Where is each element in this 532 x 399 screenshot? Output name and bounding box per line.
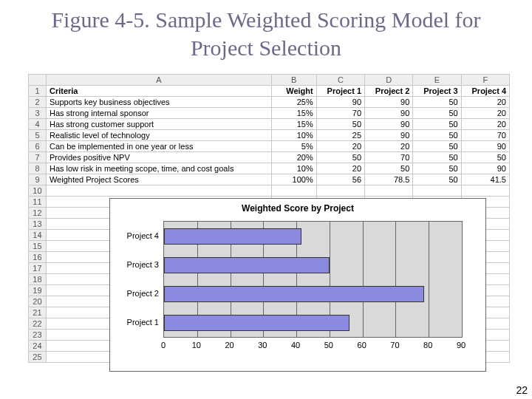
criteria-cell: Realistic level of technology	[46, 130, 271, 141]
p1-cell: 50	[316, 152, 364, 163]
row-num: 5	[29, 130, 47, 141]
row-num: 24	[29, 341, 47, 352]
row-num: 23	[29, 330, 47, 341]
table-row: 4 Has strong customer support 15% 50 90 …	[29, 119, 510, 130]
chart-x-tick: 90	[457, 341, 466, 349]
p1-cell: 20	[316, 163, 364, 174]
weight-cell: 10%	[271, 130, 316, 141]
p4-cell: 90	[461, 141, 509, 152]
chart-x-tick: 80	[423, 341, 432, 349]
totals-p3: 50	[413, 174, 461, 185]
table-row: 7 Provides positive NPV 20% 50 70 50 50	[29, 152, 510, 163]
p3-cell: 50	[413, 97, 461, 108]
empty-cell	[461, 185, 509, 197]
row-num: 2	[29, 97, 47, 108]
p4-cell: 20	[461, 108, 509, 119]
p1-cell: 90	[316, 97, 364, 108]
table-row: 3 Has strong internal sponsor 15% 70 90 …	[29, 108, 510, 119]
weight-cell: 15%	[271, 119, 316, 130]
criteria-cell: Has low risk in meeting scope, time, and…	[46, 163, 271, 174]
table-row: 6 Can be implemented in one year or less…	[29, 141, 510, 152]
chart-x-tick: 70	[390, 341, 399, 349]
hdr-p4: Project 4	[461, 86, 509, 97]
row-num: 10	[29, 185, 47, 197]
weight-cell: 5%	[271, 141, 316, 152]
row-num: 3	[29, 108, 47, 119]
chart-x-tick: 40	[291, 341, 300, 349]
row-num: 13	[29, 219, 47, 230]
col-f: F	[461, 75, 509, 86]
p4-cell: 50	[461, 152, 509, 163]
weight-cell: 10%	[271, 163, 316, 174]
p4-cell: 20	[461, 119, 509, 130]
row-num: 4	[29, 119, 47, 130]
weight-cell: 20%	[271, 152, 316, 163]
totals-p4: 41.5	[461, 174, 509, 185]
chart-x-tick: 0	[161, 341, 166, 349]
table-row: 5 Realistic level of technology 10% 25 9…	[29, 130, 510, 141]
table-row: 8 Has low risk in meeting scope, time, a…	[29, 163, 510, 174]
p3-cell: 50	[413, 108, 461, 119]
p3-cell: 50	[413, 152, 461, 163]
empty-cell	[271, 185, 316, 197]
hdr-criteria: Criteria	[46, 86, 271, 97]
p4-cell: 70	[461, 130, 509, 141]
p2-cell: 50	[365, 163, 413, 174]
col-d: D	[365, 75, 413, 86]
p2-cell: 90	[365, 108, 413, 119]
p2-cell: 20	[365, 141, 413, 152]
chart-bar	[164, 286, 424, 302]
col-e: E	[413, 75, 461, 86]
row-num: 1	[29, 86, 47, 97]
p1-cell: 25	[316, 130, 364, 141]
totals-weight: 100%	[271, 174, 316, 185]
slide-title: Figure 4-5. Sample Weighted Scoring Mode…	[0, 0, 532, 66]
criteria-cell: Can be implemented in one year or less	[46, 141, 271, 152]
weight-cell: 25%	[271, 97, 316, 108]
row-num: 6	[29, 141, 47, 152]
empty-cell	[413, 185, 461, 197]
chart: Weighted Score by Project Project 4Proje…	[109, 198, 486, 372]
criteria-cell: Has strong internal sponsor	[46, 108, 271, 119]
chart-y-tick: Project 2	[110, 289, 159, 298]
p1-cell: 20	[316, 141, 364, 152]
weight-cell: 15%	[271, 108, 316, 119]
p4-cell: 90	[461, 163, 509, 174]
p1-cell: 50	[316, 119, 364, 130]
p2-cell: 90	[365, 119, 413, 130]
chart-x-tick: 50	[324, 341, 333, 349]
criteria-cell: Has strong customer support	[46, 119, 271, 130]
empty-cell	[46, 185, 271, 197]
criteria-cell: Provides positive NPV	[46, 152, 271, 163]
table-header-row: 1 Criteria Weight Project 1 Project 2 Pr…	[29, 86, 510, 97]
totals-label: Weighted Project Scores	[46, 174, 271, 185]
hdr-weight: Weight	[271, 86, 316, 97]
chart-x-tick: 20	[225, 341, 233, 349]
totals-p2: 78.5	[365, 174, 413, 185]
criteria-cell: Supports key business objectives	[46, 97, 271, 108]
chart-bar	[164, 257, 330, 273]
row-num: 21	[29, 307, 47, 318]
row-num: 14	[29, 230, 47, 241]
table-row: 2 Supports key business objectives 25% 9…	[29, 97, 510, 108]
p3-cell: 50	[413, 141, 461, 152]
chart-y-tick: Project 3	[110, 260, 159, 269]
hdr-p3: Project 3	[413, 86, 461, 97]
row-num: 9	[29, 174, 47, 185]
chart-x-tick: 10	[192, 341, 201, 349]
col-c: C	[316, 75, 364, 86]
chart-x-tick: 30	[258, 341, 267, 349]
p3-cell: 50	[413, 119, 461, 130]
row-num: 15	[29, 241, 47, 252]
p4-cell: 20	[461, 97, 509, 108]
col-a: A	[46, 75, 271, 86]
row-num: 19	[29, 285, 47, 296]
row-num: 8	[29, 163, 47, 174]
row-num: 12	[29, 208, 47, 219]
row-num: 17	[29, 263, 47, 274]
p2-cell: 70	[365, 152, 413, 163]
hdr-p1: Project 1	[316, 86, 364, 97]
chart-x-tick: 60	[358, 341, 366, 349]
page-number: 22	[516, 384, 528, 396]
hdr-p2: Project 2	[365, 86, 413, 97]
